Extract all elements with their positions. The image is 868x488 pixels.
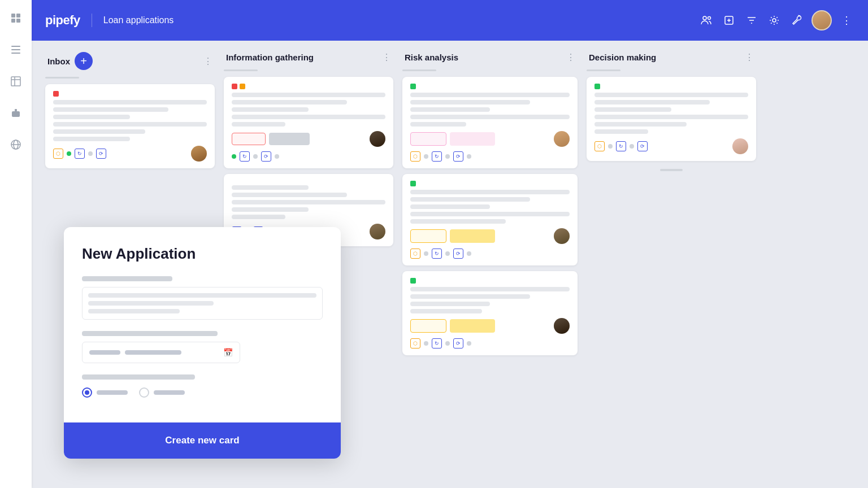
- date-input[interactable]: 📅: [82, 342, 240, 363]
- sidebar: [0, 0, 32, 488]
- create-card-button[interactable]: Create new card: [64, 422, 341, 459]
- tag-1: [232, 133, 266, 145]
- column-decision-making: Decision making ⋮: [587, 52, 756, 477]
- wrench-icon[interactable]: [789, 12, 805, 28]
- sidebar-item-globe[interactable]: [7, 136, 25, 154]
- green-dot: [594, 84, 600, 89]
- inbox-underline: [45, 77, 79, 79]
- mini-dot-2: [630, 144, 634, 149]
- tag-orange-filled: [450, 229, 495, 243]
- radio-btn-selected[interactable]: [82, 387, 92, 398]
- line: [410, 122, 466, 127]
- sidebar-item-table[interactable]: [7, 72, 25, 90]
- card-content-lines: [232, 185, 385, 219]
- mini-icon-3: ⟳: [453, 249, 463, 259]
- mini-icon: ↻: [240, 151, 250, 162]
- card-avatar: [732, 138, 748, 154]
- form-field-title: [82, 276, 323, 320]
- card-dots: [410, 278, 570, 284]
- line: [410, 212, 570, 216]
- tag-3-filled: [450, 319, 495, 333]
- card-icons: ⬡ ↻ ⟳: [410, 249, 570, 259]
- mini-icon-1: ⬡: [53, 149, 63, 159]
- header-left: pipefy Loan applications: [45, 13, 173, 28]
- sidebar-item-list[interactable]: [7, 41, 25, 59]
- enter-icon[interactable]: [721, 12, 737, 28]
- form-textarea[interactable]: [82, 287, 323, 320]
- card-dots: [594, 84, 748, 89]
- inbox-add-button[interactable]: +: [75, 52, 93, 70]
- mini-icon-2: ↻: [432, 249, 442, 259]
- svg-rect-12: [16, 113, 18, 114]
- decision-menu-icon[interactable]: ⋮: [745, 52, 754, 63]
- line: [410, 219, 506, 224]
- risk-underline: [402, 69, 436, 71]
- new-application-modal: New Application: [64, 227, 341, 459]
- column-inbox-header-left: Inbox +: [47, 52, 93, 70]
- column-info-title: Information gathering: [226, 53, 314, 62]
- users-icon[interactable]: [698, 12, 714, 28]
- card-footer: [232, 131, 385, 147]
- card-footer: [410, 318, 570, 334]
- line: [594, 122, 687, 127]
- card-avatar: [370, 131, 385, 147]
- svg-point-21: [772, 19, 776, 22]
- more-icon[interactable]: ⋮: [839, 12, 854, 28]
- card-footer: ⬡ ↻ ⟳: [594, 138, 748, 154]
- line: [232, 207, 309, 212]
- risk-menu-icon[interactable]: ⋮: [566, 52, 575, 63]
- tag-pink-filled: [450, 132, 495, 146]
- mini-dot-2: [445, 154, 450, 159]
- radio-btn-unselected[interactable]: [139, 387, 149, 398]
- mini-dot-3: [467, 251, 471, 256]
- card-tags: [410, 319, 495, 333]
- user-avatar[interactable]: [811, 10, 832, 30]
- red-dot: [53, 91, 59, 97]
- risk-card-2[interactable]: ⬡ ↻ ⟳: [402, 174, 578, 265]
- card-content-lines: [53, 100, 207, 141]
- line: [232, 93, 385, 97]
- calendar-icon: 📅: [223, 348, 233, 357]
- line: [410, 197, 530, 202]
- sidebar-item-bot[interactable]: [7, 104, 25, 122]
- mini-icon-2: ↻: [432, 338, 442, 348]
- column-decision-title: Decision making: [589, 53, 656, 62]
- sidebar-item-grid[interactable]: [7, 9, 25, 27]
- settings-icon[interactable]: [766, 12, 782, 28]
- card-content-lines: [410, 287, 570, 313]
- card-icons: ⬡ ↻ ⟳: [410, 338, 570, 348]
- card-content-lines: [594, 93, 748, 134]
- svg-rect-7: [11, 77, 20, 86]
- line: [232, 115, 385, 119]
- column-info-header: Information gathering ⋮: [224, 52, 393, 63]
- mini-icon-3: ⟳: [453, 151, 463, 162]
- card-dots: [53, 91, 207, 97]
- svg-point-18: [703, 16, 706, 20]
- radio-option-2[interactable]: [139, 387, 185, 398]
- column-inbox-header: Inbox + ⋮: [45, 52, 215, 70]
- col-risk-header-left: Risk analysis: [405, 53, 458, 62]
- green-dot: [410, 181, 416, 186]
- risk-card-1[interactable]: ⬡ ↻ ⟳: [402, 77, 578, 168]
- scroll-indicator: [660, 169, 683, 171]
- mini-dot: [424, 251, 428, 256]
- info-menu-icon[interactable]: ⋮: [382, 52, 391, 63]
- card-icons: ↻ ⟳: [232, 151, 385, 162]
- line: [53, 107, 168, 112]
- inbox-menu-icon[interactable]: ⋮: [203, 56, 212, 67]
- filter-icon[interactable]: [744, 12, 760, 28]
- tag-orange-outline: [410, 229, 446, 243]
- ta-line: [88, 301, 214, 306]
- date-line-2: [125, 350, 181, 355]
- risk-card-3[interactable]: ⬡ ↻ ⟳: [402, 271, 578, 355]
- column-risk-analysis: Risk analysis ⋮: [402, 52, 578, 477]
- mini-icon-1: ⬡: [594, 141, 605, 151]
- info-card-1[interactable]: ↻ ⟳: [224, 77, 393, 168]
- svg-rect-0: [11, 14, 15, 18]
- svg-rect-11: [14, 113, 15, 114]
- decision-card-1[interactable]: ⬡ ↻ ⟳: [587, 77, 756, 161]
- radio-option-1[interactable]: [82, 387, 128, 398]
- mini-icon-2: ↻: [616, 141, 626, 151]
- inbox-card-1[interactable]: ⬡ ↻ ⟳: [45, 84, 215, 168]
- card-footer: ⬡ ↻ ⟳: [53, 146, 207, 162]
